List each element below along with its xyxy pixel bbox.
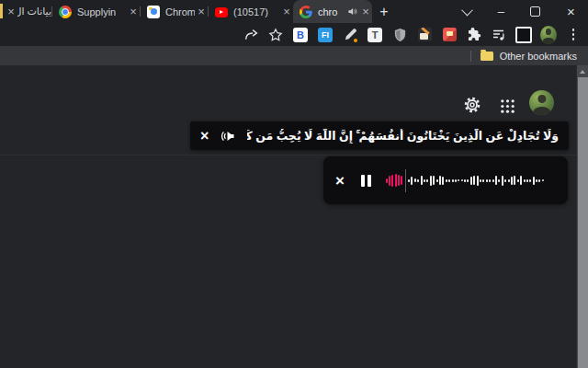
tab-audio-speaker-icon[interactable] — [347, 6, 357, 17]
share-icon[interactable] — [243, 27, 259, 43]
tab-title: chro — [318, 6, 347, 17]
tab-youtube[interactable]: (10517) × — [209, 0, 293, 23]
bookmarks-divider — [470, 51, 471, 62]
extension-notes-icon[interactable] — [416, 27, 433, 43]
account-avatar[interactable] — [529, 90, 554, 115]
tab-chrome-webstore[interactable]: Chrome × — [141, 0, 208, 23]
extension-pen-icon[interactable] — [342, 27, 358, 43]
extension-b-icon[interactable]: B — [292, 27, 309, 43]
tts-close-icon[interactable]: × — [200, 129, 209, 144]
toolbar: B FI T — [0, 23, 588, 46]
tab-chrome-active[interactable]: chro × — [293, 0, 372, 23]
tab-strip: × بيانات ال Supplyin × Chrome × (10517) … — [0, 0, 588, 23]
audio-player-overlay: × — [323, 156, 568, 204]
webstore-favicon — [147, 6, 160, 18]
page-section-divider — [0, 155, 576, 155]
playlist-queue-icon[interactable] — [491, 27, 507, 43]
minimize-button[interactable]: – — [498, 7, 504, 17]
settings-gear-icon[interactable] — [463, 96, 481, 114]
window-close-button[interactable]: × — [567, 6, 575, 18]
tab-close-icon[interactable]: × — [195, 6, 208, 18]
chrome-logo-favicon — [59, 6, 72, 18]
other-bookmarks-button[interactable]: Other bookmarks — [500, 51, 577, 62]
window-controls: – × — [450, 0, 588, 23]
waveform[interactable] — [386, 169, 556, 192]
pause-icon[interactable] — [361, 175, 371, 187]
maximize-restore-button[interactable] — [530, 6, 540, 17]
tab-title: Supplyin — [77, 6, 127, 17]
scrollbar-thumb[interactable] — [578, 77, 588, 368]
extension-t-icon[interactable]: T — [367, 27, 383, 43]
tab-close-icon[interactable]: × — [280, 6, 293, 18]
google-g-favicon — [300, 6, 312, 18]
new-tab-button[interactable]: + — [372, 0, 396, 23]
tts-speaker-icon[interactable] — [220, 129, 235, 144]
bookmarks-bar: Other bookmarks — [0, 46, 588, 65]
extension-frame-icon[interactable] — [515, 27, 532, 43]
tab-title: (10517) — [233, 6, 280, 17]
page-content: × وَلَا تُجَادِلْ عَنِ الَّذِينَ يَخْتَا… — [0, 65, 588, 368]
extension-fi-icon[interactable]: FI — [317, 27, 334, 43]
tab-title: Chrome — [165, 6, 195, 17]
scrollbar-up-arrow-icon[interactable] — [577, 65, 588, 77]
extensions-puzzle-icon[interactable] — [466, 27, 482, 43]
tab-close-icon[interactable]: × — [359, 6, 372, 18]
page-scrollbar[interactable] — [576, 65, 588, 368]
tab-close-icon[interactable]: × — [127, 6, 140, 18]
browser-window: × بيانات ال Supplyin × Chrome × (10517) … — [0, 0, 588, 368]
youtube-favicon — [215, 7, 228, 17]
shield-icon[interactable] — [391, 27, 408, 43]
profile-avatar[interactable] — [540, 27, 557, 43]
apps-grid-icon[interactable] — [500, 98, 515, 114]
browser-menu-icon[interactable] — [565, 27, 582, 43]
cut-favicon — [0, 4, 3, 18]
bookmark-star-icon[interactable] — [267, 27, 284, 43]
tts-verse-text: وَلَا تُجَادِلْ عَنِ الَّذِينَ يَخْتَانُ… — [247, 129, 559, 144]
tts-overlay-bar: × وَلَا تُجَادِلْ عَنِ الَّذِينَ يَخْتَا… — [190, 121, 569, 150]
tab-title: بيانات ال — [17, 6, 51, 17]
extension-capture-icon[interactable] — [441, 27, 458, 43]
notification-dot — [354, 39, 357, 42]
chevron-down-icon[interactable] — [461, 5, 473, 17]
tab-bayanat[interactable]: × بيانات ال — [0, 0, 51, 23]
player-close-icon[interactable]: × — [335, 173, 345, 189]
tab-supplying[interactable]: Supplyin × — [52, 0, 140, 23]
tab-close-icon[interactable]: × — [5, 6, 17, 18]
folder-icon — [481, 52, 493, 61]
